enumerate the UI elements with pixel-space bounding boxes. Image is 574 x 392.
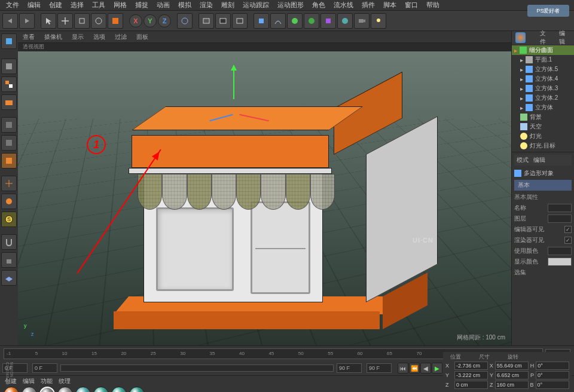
prop-dispcolor-field[interactable] <box>548 258 572 266</box>
undo-button[interactable] <box>2 13 18 29</box>
coord-p-rot[interactable]: 0° <box>536 371 569 379</box>
menu-tools[interactable]: 工具 <box>92 1 105 10</box>
coord-x-pos[interactable]: -2.736 cm <box>454 362 488 370</box>
menu-plugins[interactable]: 插件 <box>362 1 375 10</box>
snap-button[interactable]: S <box>1 212 17 227</box>
hierarchy-item[interactable]: ▸平面.1 <box>512 55 574 65</box>
material-item[interactable]: 材质.7 <box>93 387 109 392</box>
props-tab-edit[interactable]: 编辑 <box>533 156 545 164</box>
hierarchy-item[interactable]: 灯光 <box>512 131 574 141</box>
model-mode[interactable] <box>1 59 17 74</box>
props-tab-basic[interactable]: 基本 <box>514 180 572 191</box>
material-item[interactable]: 材质.9 <box>129 387 145 392</box>
lastused-tool[interactable] <box>108 13 123 29</box>
hierarchy-item[interactable]: ▸立方体.4 <box>512 74 574 84</box>
vp-options[interactable]: 选项 <box>93 33 105 41</box>
spline-tool[interactable] <box>270 13 286 29</box>
prop-layer-field[interactable] <box>548 215 572 223</box>
render-region[interactable] <box>215 13 231 29</box>
coord-b-rot[interactable]: 0° <box>536 381 569 389</box>
props-tab-mode[interactable]: 模式 <box>517 156 529 164</box>
light-button[interactable] <box>371 13 386 29</box>
hierarchy-item[interactable]: ▸立方体.5 <box>512 65 574 74</box>
coord-z-size[interactable]: 160 cm <box>495 381 529 389</box>
menu-select[interactable]: 选择 <box>71 1 84 10</box>
texture-mode[interactable] <box>1 76 17 92</box>
rotate-tool[interactable] <box>91 13 106 29</box>
vp-camera[interactable]: 摄像机 <box>44 33 62 41</box>
menu-pipeline[interactable]: 流水线 <box>334 1 353 10</box>
menu-track[interactable]: 运动跟踪 <box>243 1 269 10</box>
coord-y-pos[interactable]: -3.222 cm <box>454 371 488 379</box>
menu-script[interactable]: 脚本 <box>383 1 396 10</box>
object-hierarchy[interactable]: ▸细分曲面 ▸平面.1 ▸立方体.5 ▸立方体.4 ▸立方体.3 ▸立方体.2 … <box>512 44 574 152</box>
menu-mograph[interactable]: 运动图形 <box>277 1 304 10</box>
workplane-mode[interactable] <box>1 94 17 110</box>
magnet-button[interactable] <box>1 234 17 250</box>
coord-system[interactable] <box>177 13 193 29</box>
material-item[interactable]: 材质.6 <box>75 387 91 392</box>
hierarchy-item[interactable]: 天空 <box>512 122 574 131</box>
mat-tab-texture[interactable]: 纹理 <box>59 377 71 384</box>
generator-button[interactable] <box>287 13 303 29</box>
menu-edit[interactable]: 编辑 <box>28 1 41 10</box>
vp-display[interactable]: 显示 <box>72 33 84 41</box>
select-tool[interactable] <box>41 13 56 29</box>
menu-create[interactable]: 创建 <box>49 1 62 10</box>
material-item[interactable]: 材质.3 <box>22 387 37 392</box>
redo-button[interactable] <box>19 13 35 29</box>
hierarchy-item[interactable]: ▸立方体.3 <box>512 84 574 93</box>
goto-start-button[interactable]: ⏮ <box>398 363 408 373</box>
material-item[interactable]: 材质.2 <box>57 387 73 392</box>
timeline-end2-field[interactable]: 90 F <box>367 363 392 373</box>
hierarchy-item[interactable]: ▸立方体.2 <box>512 93 574 103</box>
coord-y-size[interactable]: 6.652 cm <box>495 371 529 379</box>
timeline-slider[interactable] <box>60 365 334 372</box>
menu-mesh[interactable]: 网格 <box>114 1 127 10</box>
prop-usecolor-field[interactable] <box>548 247 572 255</box>
edge-mode[interactable] <box>1 135 17 151</box>
vp-panel[interactable]: 面板 <box>136 33 148 41</box>
point-mode[interactable] <box>1 117 17 133</box>
scale-tool[interactable] <box>74 13 90 29</box>
coord-x-size[interactable]: 55.649 cm <box>495 362 529 370</box>
mat-tab-edit[interactable]: 编辑 <box>23 377 35 384</box>
generator2-button[interactable] <box>304 13 319 29</box>
environment-button[interactable] <box>337 13 353 29</box>
move-tool[interactable] <box>57 13 73 29</box>
menu-render[interactable]: 渲染 <box>200 1 213 10</box>
hierarchy-item[interactable]: 背景 <box>512 112 574 122</box>
primitive-cube[interactable] <box>254 13 269 29</box>
render-view[interactable] <box>199 13 214 29</box>
prev-frame-button[interactable]: ◀ <box>420 363 431 373</box>
mat-tab-function[interactable]: 功能 <box>41 377 53 384</box>
tweak-button[interactable] <box>1 194 17 209</box>
coord-h-rot[interactable]: 0° <box>536 362 569 370</box>
timeline-current-field[interactable]: 0 F <box>32 363 57 373</box>
menu-simulate[interactable]: 模拟 <box>178 1 191 10</box>
menu-character[interactable]: 角色 <box>312 1 325 10</box>
material-item[interactable]: 材质.1 <box>39 387 55 392</box>
menu-animate[interactable]: 动画 <box>157 1 170 10</box>
deformer-button[interactable] <box>320 13 336 29</box>
hierarchy-item[interactable]: ▸立方体 <box>512 103 574 112</box>
rp-tab-edit[interactable]: 编辑 <box>559 29 570 46</box>
workplane-button[interactable] <box>1 270 17 286</box>
hierarchy-item[interactable]: 灯光.目标 <box>512 141 574 151</box>
locked-button[interactable] <box>1 252 17 268</box>
xyz-icon[interactable] <box>515 32 526 43</box>
prop-rendvis-check[interactable] <box>564 237 572 244</box>
axis-x-toggle[interactable]: X <box>129 14 142 27</box>
render-settings[interactable] <box>232 13 248 29</box>
play-button[interactable]: ▶ <box>432 363 442 373</box>
prop-editvis-check[interactable] <box>564 226 572 233</box>
timeline-end-field[interactable]: 90 F <box>337 363 362 373</box>
menu-snap[interactable]: 捕捉 <box>135 1 148 10</box>
vp-view[interactable]: 查看 <box>23 33 35 41</box>
editable-button[interactable] <box>1 33 17 49</box>
axis-z-toggle[interactable]: Z <box>158 14 171 27</box>
rp-tab-file[interactable]: 文件 <box>540 29 551 46</box>
axis-y-toggle[interactable]: Y <box>144 14 157 27</box>
vp-filter[interactable]: 过滤 <box>115 33 127 41</box>
prev-key-button[interactable]: ⏪ <box>409 363 420 373</box>
